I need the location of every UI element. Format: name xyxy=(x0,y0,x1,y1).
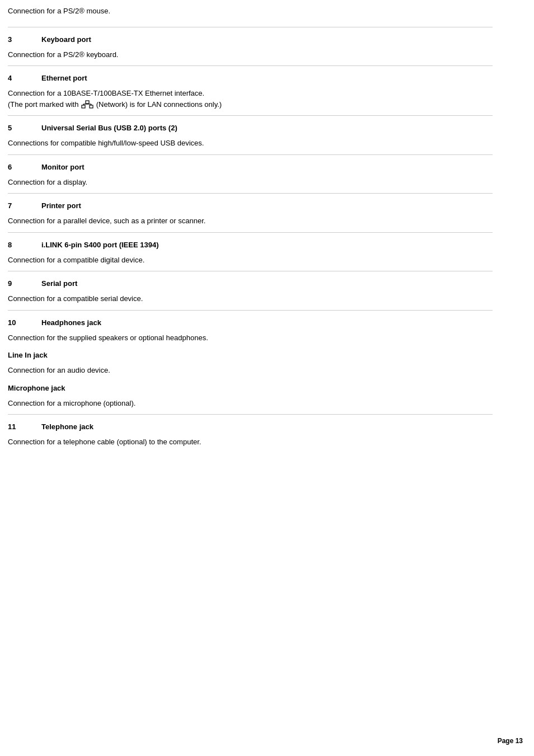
section-body-5: Connections for compatible high/full/low… xyxy=(8,138,493,149)
section-title-10: Headphones jack xyxy=(41,318,101,327)
divider-4 xyxy=(8,65,493,66)
section-4: 4 Ethernet port Connection for a 10BASE-… xyxy=(8,74,493,110)
divider-9 xyxy=(8,271,493,271)
section-header-11: 11 Telephone jack xyxy=(8,422,493,431)
section-number-7: 7 xyxy=(8,201,41,210)
divider-5 xyxy=(8,115,493,116)
section-body-7: Connection for a parallel device, such a… xyxy=(8,215,493,227)
section-number-4: 4 xyxy=(8,74,41,82)
section-10: 10 Headphones jack Connection for the su… xyxy=(8,318,493,344)
section-title-9: Serial port xyxy=(41,279,77,288)
section-number-9: 9 xyxy=(8,279,41,288)
section-title-7: Printer port xyxy=(41,201,81,210)
line-in-body: Connection for an audio device. xyxy=(8,365,493,376)
section-body-4: Connection for a 10BASE-T/100BASE-TX Eth… xyxy=(8,88,493,110)
section-microphone: Microphone jack Connection for a microph… xyxy=(8,384,493,409)
section-5: 5 Universal Serial Bus (USB 2.0) ports (… xyxy=(8,124,493,149)
section-body-11: Connection for a telephone cable (option… xyxy=(8,436,493,448)
svg-rect-0 xyxy=(82,105,85,108)
divider-8 xyxy=(8,232,493,233)
page-footer: Page 13 xyxy=(498,737,523,745)
section-number-6: 6 xyxy=(8,163,41,171)
section-number-8: 8 xyxy=(8,241,41,249)
section-header-5: 5 Universal Serial Bus (USB 2.0) ports (… xyxy=(8,124,493,132)
section-body-3: Connection for a PS/2® keyboard. xyxy=(8,49,493,60)
section-number-3: 3 xyxy=(8,35,41,44)
section-title-5: Universal Serial Bus (USB 2.0) ports (2) xyxy=(41,124,177,132)
section-body-8: Connection for a compatible digital devi… xyxy=(8,255,493,266)
divider-6 xyxy=(8,154,493,155)
section-header-4: 4 Ethernet port xyxy=(8,74,493,82)
section-header-8: 8 i.LINK 6-pin S400 port (IEEE 1394) xyxy=(8,241,493,249)
section-title-3: Keyboard port xyxy=(41,35,91,44)
section-3: 3 Keyboard port Connection for a PS/2® k… xyxy=(8,35,493,60)
section-title-6: Monitor port xyxy=(41,163,85,171)
section-9: 9 Serial port Connection for a compatibl… xyxy=(8,279,493,304)
network-icon xyxy=(81,100,93,109)
section-body-10: Connection for the supplied speakers or … xyxy=(8,332,493,344)
section-line-in: Line In jack Connection for an audio dev… xyxy=(8,351,493,376)
microphone-title: Microphone jack xyxy=(8,384,493,392)
section-body-6: Connection for a display. xyxy=(8,177,493,188)
section-title-8: i.LINK 6-pin S400 port (IEEE 1394) xyxy=(41,241,159,249)
page-content: Connection for a PS/2® mouse. 3 Keyboard… xyxy=(0,0,515,476)
section-8: 8 i.LINK 6-pin S400 port (IEEE 1394) Con… xyxy=(8,241,493,266)
section-body-9: Connection for a compatible serial devic… xyxy=(8,293,493,304)
section-7: 7 Printer port Connection for a parallel… xyxy=(8,201,493,227)
divider-10 xyxy=(8,310,493,311)
line-in-title: Line In jack xyxy=(8,351,493,359)
section-number-10: 10 xyxy=(8,318,41,327)
svg-rect-2 xyxy=(90,105,93,108)
section-number-11: 11 xyxy=(8,422,41,431)
section-6: 6 Monitor port Connection for a display. xyxy=(8,163,493,188)
divider-11 xyxy=(8,414,493,415)
page-number: Page 13 xyxy=(498,737,523,745)
divider-3 xyxy=(8,27,493,27)
section-title-11: Telephone jack xyxy=(41,422,93,431)
intro-text: Connection for a PS/2® mouse. xyxy=(8,6,493,17)
section-number-5: 5 xyxy=(8,124,41,132)
section-header-9: 9 Serial port xyxy=(8,279,493,288)
divider-7 xyxy=(8,193,493,194)
section-header-7: 7 Printer port xyxy=(8,201,493,210)
microphone-body: Connection for a microphone (optional). xyxy=(8,398,493,409)
section-header-10: 10 Headphones jack xyxy=(8,318,493,327)
svg-rect-1 xyxy=(86,101,89,104)
section-header-3: 3 Keyboard port xyxy=(8,35,493,44)
section-header-6: 6 Monitor port xyxy=(8,163,493,171)
section-title-4: Ethernet port xyxy=(41,74,87,82)
section-11: 11 Telephone jack Connection for a telep… xyxy=(8,422,493,448)
